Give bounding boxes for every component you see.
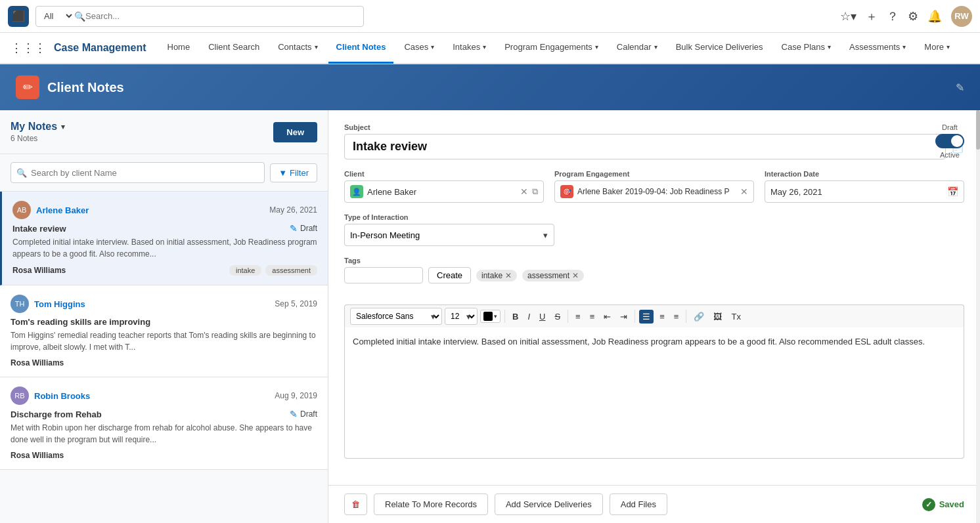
note-title-robin: Discharge from Rehab ✎ Draft (11, 409, 317, 419)
note-date-arlene: May 26, 2021 (269, 205, 317, 215)
underline-button[interactable]: U (536, 310, 548, 324)
program-label: Program Engagement (554, 170, 754, 178)
active-label: Active (940, 151, 960, 159)
type-label: Type of Interaction (344, 213, 554, 221)
draft-toggle[interactable] (935, 134, 964, 148)
indent-increase-button[interactable]: ⇥ (617, 310, 631, 324)
note-worker-tom: Rosa Williams (11, 358, 64, 367)
tags-label: Tags (344, 257, 964, 264)
type-select-wrap[interactable]: In-Person Meeting Phone Call Email Other (344, 224, 554, 246)
client-value: Arlene Baker (367, 187, 516, 197)
client-clear-btn[interactable]: ✕ (520, 186, 528, 197)
filter-button[interactable]: ▼ Filter (270, 163, 317, 182)
note-date-robin: Aug 9, 2019 (275, 391, 317, 400)
draft-icon: ✎ (290, 223, 298, 234)
add-service-deliveries-button[interactable]: Add Service Deliveries (495, 493, 603, 515)
tags-input[interactable] (344, 267, 423, 283)
image-button[interactable]: 🖼 (710, 310, 725, 324)
bell-icon[interactable]: 🔔 (927, 9, 942, 24)
app-logo: ⬛ (8, 6, 29, 27)
create-tag-button[interactable]: Create (428, 267, 471, 283)
favorites-icon[interactable]: ☆▾ (840, 9, 857, 24)
client-search-input[interactable] (31, 168, 259, 178)
nav-calendar[interactable]: Calendar▾ (609, 32, 665, 64)
tag-intake-remove[interactable]: ✕ (505, 271, 512, 280)
relate-records-button[interactable]: Relate To More Records (374, 493, 488, 515)
nav-intakes[interactable]: Intakes▾ (445, 32, 494, 64)
add-files-button[interactable]: Add Files (610, 493, 667, 515)
client-search-input-wrap[interactable]: 🔍 (11, 162, 265, 183)
new-note-button[interactable]: New (273, 122, 317, 142)
nav-client-notes[interactable]: Client Notes (328, 32, 394, 64)
note-card-arlene[interactable]: AB Arlene Baker May 26, 2021 Intake revi… (0, 192, 328, 285)
color-picker[interactable]: ▾ (480, 310, 501, 323)
subject-field: Subject 📄 (344, 123, 964, 159)
delete-button[interactable]: 🗑 (344, 493, 367, 515)
right-panel: Draft Active Subject 📄 Client (328, 110, 980, 523)
type-select[interactable]: In-Person Meeting Phone Call Email Other (344, 224, 554, 246)
font-select-wrap[interactable]: Salesforce Sans Arial Times New Roman (350, 308, 442, 325)
help-icon[interactable]: ？ (887, 9, 899, 24)
nav-contacts[interactable]: Contacts▾ (270, 32, 325, 64)
divider-2 (568, 310, 568, 323)
edit-icon[interactable]: ✎ (956, 81, 964, 94)
program-icon: 🎯 (560, 185, 573, 198)
note-card-header-tom: TH Tom Higgins Sep 5, 2019 (11, 295, 317, 313)
ordered-list-button[interactable]: ≡ (587, 310, 598, 324)
tags-row: Create intake ✕ assessment ✕ (344, 267, 964, 283)
search-scope-select[interactable]: All (41, 10, 74, 22)
nav-case-plans[interactable]: Case Plans▾ (774, 32, 839, 64)
size-select-wrap[interactable]: 12 10 14 16 (445, 308, 478, 325)
link-button[interactable]: 🔗 (690, 310, 707, 324)
nav-program-engagements[interactable]: Program Engagements▾ (497, 32, 606, 64)
left-panel: My Notes ▾ 6 Notes New 🔍 ▼ Filter (0, 110, 328, 523)
tag-assessment-remove[interactable]: ✕ (572, 271, 579, 280)
calendar-icon[interactable]: 📅 (947, 186, 958, 197)
client-label: Client (344, 170, 544, 178)
align-center-button[interactable]: ≡ (656, 310, 668, 324)
program-input-wrap[interactable]: 🎯 Arlene Baker 2019-09-04: Job Readiness… (554, 180, 754, 203)
font-select[interactable]: Salesforce Sans Arial Times New Roman (350, 308, 442, 325)
scroll-thumb[interactable] (976, 110, 980, 150)
note-card-tom[interactable]: TH Tom Higgins Sep 5, 2019 Tom's reading… (0, 285, 328, 377)
scroll-indicator[interactable] (976, 110, 980, 523)
editor-body[interactable]: Completed initial intake interview. Base… (344, 327, 964, 459)
note-worker-arlene: Rosa Williams (12, 266, 66, 275)
nav-more[interactable]: More▾ (916, 32, 958, 64)
remove-format-button[interactable]: Tx (728, 310, 744, 324)
grid-icon[interactable]: ⋮⋮⋮ (11, 41, 46, 55)
settings-icon[interactable]: ⚙ (908, 9, 918, 24)
top-nav: ⬛ All 🔍 ☆▾ ＋ ？ ⚙ 🔔 RW (0, 0, 980, 33)
nav-client-search[interactable]: Client Search (200, 32, 267, 64)
divider-1 (504, 310, 505, 323)
date-input-wrap[interactable]: May 26, 2021 📅 (765, 180, 964, 203)
program-clear-btn[interactable]: ✕ (740, 186, 748, 197)
nav-bulk-service-deliveries[interactable]: Bulk Service Deliveries (668, 32, 771, 64)
user-avatar[interactable]: RW (951, 6, 972, 27)
nav-assessments[interactable]: Assessments▾ (841, 32, 914, 64)
client-input-wrap[interactable]: 👤 Arlene Baker ✕ ⧉ (344, 180, 544, 203)
nav-home[interactable]: Home (160, 32, 198, 64)
subject-input[interactable] (344, 134, 946, 159)
note-date-tom: Sep 5, 2019 (275, 299, 317, 308)
note-tags-arlene: intake assessment (229, 265, 317, 276)
align-left-button[interactable]: ☰ (639, 310, 654, 324)
avatar-tom: TH (11, 295, 29, 313)
add-icon[interactable]: ＋ (866, 9, 878, 24)
bold-button[interactable]: B (509, 310, 522, 324)
italic-button[interactable]: I (524, 310, 533, 324)
strikethrough-button[interactable]: S (551, 310, 564, 324)
my-notes-title[interactable]: My Notes ▾ (11, 121, 65, 133)
search-input[interactable] (85, 11, 358, 21)
my-notes-chevron[interactable]: ▾ (61, 123, 65, 131)
divider-4 (686, 310, 686, 323)
align-right-button[interactable]: ≡ (671, 310, 682, 324)
tag-assessment-chip: assessment ✕ (522, 270, 584, 282)
note-card-robin[interactable]: RB Robin Brooks Aug 9, 2019 Discharge fr… (0, 377, 328, 470)
size-select[interactable]: 12 10 14 16 (445, 308, 478, 325)
unordered-list-button[interactable]: ≡ (572, 310, 584, 324)
indent-decrease-button[interactable]: ⇤ (600, 310, 614, 324)
client-expand-btn[interactable]: ⧉ (532, 186, 538, 197)
nav-cases[interactable]: Cases▾ (396, 32, 442, 64)
global-search[interactable]: All 🔍 (35, 6, 364, 27)
